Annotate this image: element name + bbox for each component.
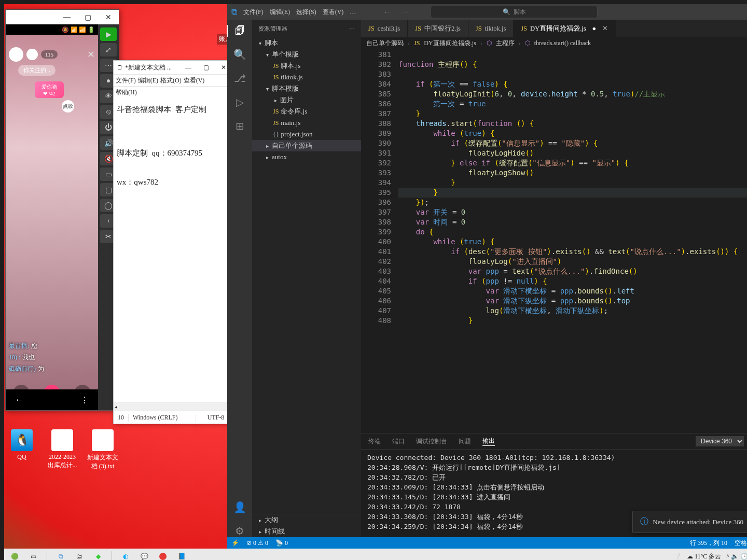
vscode-titlebar: ⧉ 文件(F) 编辑(E) 选择(S) 查看(V) … ← → 🔍 脚本 bbox=[227, 4, 747, 20]
close-button[interactable]: ✕ bbox=[98, 10, 119, 24]
taskbar-app-notes[interactable]: 📘 bbox=[174, 550, 189, 560]
task-view-icon[interactable]: ▭ bbox=[26, 550, 40, 560]
notification-toast[interactable]: ⓘ New device attached: Device 360 bbox=[632, 511, 747, 533]
panel-tab-output[interactable]: 输出 bbox=[482, 437, 495, 446]
menu-view[interactable]: 查看(V) bbox=[323, 8, 344, 17]
tree-folder[interactable]: ▸图片 bbox=[252, 94, 361, 106]
live-stream-view: 115 ✕ 你关注的› 爱你哟❤ /42 点歌 最首播:您 10) :我也 砥砺… bbox=[6, 35, 98, 410]
cursor-position[interactable]: 行 395，列 10 bbox=[690, 539, 727, 548]
minimize-button[interactable]: — bbox=[57, 10, 77, 24]
indent-setting[interactable]: 空格 bbox=[735, 539, 747, 548]
tree-file[interactable]: JStiktok.js bbox=[252, 72, 361, 83]
outline-section[interactable]: ▸大纲 bbox=[252, 514, 361, 526]
tree-file[interactable]: JSmain.js bbox=[252, 117, 361, 129]
desktop-icon-excel[interactable]: 🗎2022-2023 出库总计... bbox=[47, 429, 78, 471]
menu-edit[interactable]: 编辑(E) bbox=[270, 8, 290, 17]
run-button[interactable]: ▶ bbox=[100, 27, 117, 41]
nav-menu-icon[interactable]: ⋮ bbox=[80, 395, 89, 405]
settings-icon[interactable]: ⚙ bbox=[235, 525, 244, 537]
viewer-count: 115 bbox=[41, 50, 58, 59]
tab-bank2[interactable]: JS中国银行2.js bbox=[408, 20, 468, 37]
run-debug-icon[interactable]: ▷ bbox=[236, 96, 244, 108]
taskbar-app-record[interactable] bbox=[156, 550, 170, 560]
phone-screen[interactable]: 🔕 📶 📶 🔋 115 ✕ 你关注的› 爱你哟❤ /42 点歌 最首播:您 10… bbox=[6, 24, 98, 410]
code-editor[interactable]: 381 382 383 384 385 386 387 388 389 390 … bbox=[361, 49, 747, 433]
weather-widget[interactable]: ☁ 11°C 多云 bbox=[687, 552, 721, 561]
info-icon: ⓘ bbox=[640, 516, 648, 527]
menu-edit[interactable]: 编辑(E) bbox=[138, 76, 158, 85]
tab-dy-live[interactable]: JSDY直播间抢福袋.js●✕ bbox=[514, 20, 616, 37]
maximize-button[interactable]: ▢ bbox=[197, 64, 215, 72]
remote-indicator[interactable]: ⚡ bbox=[231, 539, 239, 547]
taskbar-app-explorer[interactable]: 🗂 bbox=[72, 550, 87, 560]
port-forward[interactable]: 📡 0 bbox=[275, 539, 288, 547]
minimize-button[interactable]: — bbox=[179, 64, 197, 72]
tree-folder[interactable]: ▾脚本模版 bbox=[252, 83, 361, 94]
command-center-search[interactable]: 🔍 脚本 bbox=[431, 6, 598, 18]
maximize-button[interactable]: ▢ bbox=[77, 10, 98, 24]
explorer-title: 资源管理器 bbox=[258, 25, 288, 33]
nav-forward-icon[interactable]: → bbox=[400, 7, 409, 17]
taskbar-app-vscode[interactable]: ⧉ bbox=[53, 550, 68, 560]
tree-file[interactable]: JS命令库.js bbox=[252, 106, 361, 117]
device-selector[interactable]: Device 360 bbox=[696, 436, 744, 446]
taskbar-app-browser[interactable]: ◐ bbox=[118, 550, 133, 560]
status-bar: ⚡ ⊘ 0 ⚠ 0 📡 0 行 395，列 10 空格 bbox=[227, 537, 747, 549]
breadcrumb[interactable]: 自己单个源码› JSDY直播间抢福袋.js› ⬡主程序› ⬡threads.st… bbox=[361, 37, 747, 49]
windows-taskbar: 🟢 ▭ ⧉ 🗂 ◆ ◐ 💬 📘 ❔ ☁ 11°C 多云 ^ 🔈 🕒 bbox=[4, 549, 747, 560]
panel-tab-ports[interactable]: 端口 bbox=[392, 437, 405, 446]
menu-help[interactable]: 帮助(H) bbox=[116, 88, 137, 97]
tab-tiktok[interactable]: JStiktok.js bbox=[468, 20, 514, 37]
tree-file[interactable]: {}project.json bbox=[252, 129, 361, 140]
desktop-icon-qq[interactable]: 🐧QQ bbox=[6, 429, 37, 471]
follow-pill[interactable]: 你关注的› bbox=[18, 65, 56, 76]
gift-badge[interactable]: 爱你哟❤ /42 bbox=[35, 81, 64, 98]
tree-folder[interactable]: ▸autox bbox=[252, 151, 361, 163]
taskbar-app-wechat[interactable]: 💬 bbox=[137, 550, 151, 560]
timeline-section[interactable]: ▸时间线 bbox=[252, 526, 361, 537]
vscode-logo-icon: ⧉ bbox=[231, 7, 237, 17]
account-icon[interactable]: 👤 bbox=[233, 501, 246, 513]
menu-file[interactable]: 文件(F) bbox=[243, 8, 264, 17]
tab-ceshi3[interactable]: JSceshi3.js bbox=[361, 20, 408, 37]
search-icon[interactable]: 🔍 bbox=[233, 48, 246, 61]
scrollbar-horizontal[interactable]: ◂▸ bbox=[114, 402, 236, 411]
notepad-menubar: 文件(F) 编辑(E) 格式(O) 查看(V) bbox=[114, 75, 236, 87]
tray-icons[interactable]: ^ 🔈 🕒 bbox=[726, 553, 747, 561]
menu-format[interactable]: 格式(O) bbox=[160, 76, 182, 85]
start-button[interactable]: 🟢 bbox=[7, 550, 22, 560]
nav-back-icon[interactable]: ← bbox=[383, 7, 391, 17]
notepad-statusbar: 10 Windows (CRLF) UTF-8 bbox=[114, 411, 236, 424]
tree-file[interactable]: JS脚本.js bbox=[252, 60, 361, 72]
close-icon[interactable]: ✕ bbox=[87, 49, 95, 60]
panel-tab-debug[interactable]: 调试控制台 bbox=[416, 437, 447, 446]
viewer-avatar[interactable] bbox=[26, 49, 38, 60]
explorer-icon[interactable]: 🗐 bbox=[227, 25, 253, 37]
tree-folder-selected[interactable]: ▸自己单个源码 bbox=[252, 140, 361, 151]
vscode-window: ⧉ 文件(F) 编辑(E) 选择(S) 查看(V) … ← → 🔍 脚本 🗐 🔍… bbox=[227, 4, 747, 549]
tree-root[interactable]: ▾脚本 bbox=[252, 37, 361, 49]
desktop-icon-txt[interactable]: 🗎新建文本文档 (3).txt bbox=[87, 429, 118, 471]
notepad-text-area[interactable]: 斗音抢福袋脚本 客户定制 脚本定制 qq：690374795 wx：qws782 bbox=[114, 98, 236, 402]
source-control-icon[interactable]: ⎇ bbox=[234, 72, 246, 85]
help-icon[interactable]: ❔ bbox=[674, 553, 682, 561]
song-request-button[interactable]: 点歌 bbox=[62, 100, 74, 113]
nav-back-icon[interactable]: ← bbox=[15, 395, 23, 404]
fullscreen-button[interactable]: ⤢ bbox=[100, 43, 117, 57]
menu-file[interactable]: 文件(F) bbox=[116, 76, 136, 85]
panel-tab-terminal[interactable]: 终端 bbox=[368, 437, 381, 446]
panel-tab-problems[interactable]: 问题 bbox=[459, 437, 471, 446]
menu-view[interactable]: 查看(V) bbox=[184, 76, 205, 85]
editor-tabs: JSceshi3.js JS中国银行2.js JStiktok.js JSDY直… bbox=[361, 20, 747, 37]
phone-navbar: ← ⋮ bbox=[6, 389, 98, 410]
explorer-more-icon[interactable]: ⋯ bbox=[349, 25, 355, 32]
taskbar-app-android[interactable]: ◆ bbox=[91, 550, 105, 560]
close-tab-icon[interactable]: ✕ bbox=[602, 24, 608, 33]
menu-selection[interactable]: 选择(S) bbox=[296, 8, 316, 17]
tree-folder[interactable]: ▾单个模版 bbox=[252, 49, 361, 60]
menu-overflow[interactable]: … bbox=[350, 8, 356, 16]
extensions-icon[interactable]: ⊞ bbox=[236, 120, 244, 132]
streamer-avatar[interactable] bbox=[9, 47, 23, 62]
live-comments: 最首播:您 10) :我也 砥砺前行)为 bbox=[9, 340, 95, 374]
errors-count[interactable]: ⊘ 0 ⚠ 0 bbox=[246, 539, 268, 547]
